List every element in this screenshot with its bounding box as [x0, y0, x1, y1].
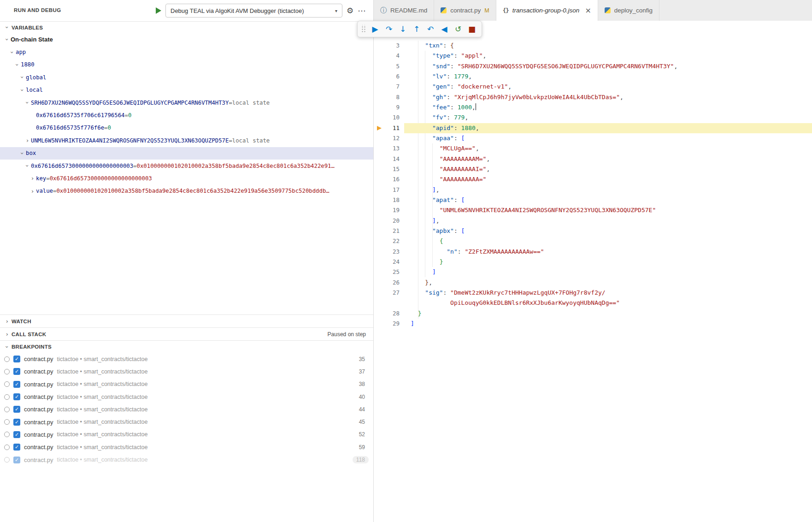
breakpoint-checkbox[interactable]: ✓ — [13, 356, 20, 362]
breakpoint-row[interactable]: ✓contract.pytictactoe • smart_contracts/… — [0, 441, 373, 453]
variables-tree-item[interactable]: ›1880 — [0, 59, 373, 71]
code-line[interactable]: 28 } — [374, 308, 812, 319]
code-line[interactable]: 29] — [374, 319, 812, 329]
tab-contract-py[interactable]: contract.pyM — [434, 0, 496, 21]
breakpoint-checkbox[interactable]: ✓ — [13, 457, 20, 463]
breakpoint-checkbox[interactable]: ✓ — [13, 431, 20, 438]
line-number-gutter[interactable]: 16 — [374, 174, 400, 184]
code-line[interactable]: 26 }, — [374, 278, 812, 288]
chevron-down-icon[interactable]: › — [24, 162, 31, 169]
variables-tree-item[interactable]: ›On-chain State — [0, 33, 373, 46]
variables-tree-item[interactable]: ›global — [0, 71, 373, 83]
code-line[interactable]: 24 } — [374, 257, 812, 267]
code-line[interactable]: 21 "apbx": [ — [374, 226, 812, 236]
step-over-button[interactable]: ↷ — [382, 23, 395, 36]
breakpoint-checkbox[interactable]: ✓ — [13, 406, 20, 413]
code-line[interactable]: 5 "snd": "SRH6D7XU2N6WQQ5SSYDQFG5ESO6JWE… — [374, 61, 812, 71]
chevron-down-icon[interactable]: › — [19, 150, 26, 157]
code-line[interactable]: 3 "txn": { — [374, 41, 812, 51]
tab-readme-md[interactable]: ⓘREADME.md — [374, 0, 434, 21]
code-line[interactable]: 27 "sig": "DmeWt2zKUkRryc7tHHHapwzLgqUX+… — [374, 288, 812, 298]
line-number-gutter[interactable]: 14 — [374, 154, 400, 164]
breakpoint-checkbox[interactable]: ✓ — [13, 444, 20, 451]
tab-deploy-config[interactable]: deploy_config — [598, 0, 659, 21]
line-number-gutter[interactable]: 20 — [374, 216, 400, 226]
code-line[interactable]: 4 "type": "appl", — [374, 51, 812, 61]
chevron-down-icon[interactable]: › — [19, 74, 26, 81]
line-number-gutter[interactable]: 12 — [374, 133, 400, 143]
gear-icon[interactable]: ⚙ — [347, 6, 353, 15]
watch-section-header[interactable]: › WATCH — [0, 314, 373, 327]
line-number-gutter[interactable]: 8 — [374, 92, 400, 102]
code-line[interactable]: 15 "AAAAAAAAAI=", — [374, 164, 812, 174]
line-number-gutter[interactable]: 5 — [374, 61, 400, 71]
code-line[interactable]: 22 { — [374, 236, 812, 246]
line-number-gutter[interactable]: 10 — [374, 113, 400, 123]
variables-tree-item[interactable]: ›app — [0, 46, 373, 58]
code-line[interactable]: 10 "fv": 779, — [374, 113, 812, 123]
drag-handle[interactable] — [361, 25, 366, 33]
code-line[interactable]: 14 "AAAAAAAAAM=", — [374, 154, 812, 164]
variables-tree-item[interactable]: ›0x67616d65735f706c61796564 = 0 — [0, 109, 373, 121]
line-number-gutter[interactable]: 24 — [374, 257, 400, 267]
line-number-gutter[interactable]: 29 — [374, 319, 400, 329]
line-number-gutter[interactable]: 15 — [374, 164, 400, 174]
code-line[interactable]: 23 "n": "Z2FtZXMAAAAAAAAAAw==" — [374, 247, 812, 257]
variables-tree-item[interactable]: ›value = 0x010000000102010002a358bf5bada… — [0, 185, 373, 197]
line-number-gutter[interactable]: 19 — [374, 205, 400, 215]
variables-tree-item[interactable]: ›0x67616d65735f776f6e = 0 — [0, 122, 373, 134]
line-number-gutter[interactable]: 13 — [374, 143, 400, 154]
chevron-down-icon[interactable]: › — [19, 87, 26, 94]
tab-transaction-group-0-json[interactable]: {}transaction-group-0.json× — [496, 0, 598, 21]
continue-button[interactable]: ▶ — [369, 23, 382, 36]
line-number-gutter[interactable]: 28 — [374, 308, 400, 319]
restart-button[interactable]: ↺ — [452, 23, 465, 36]
line-number-gutter[interactable]: 6 — [374, 71, 400, 82]
line-number-gutter[interactable]: 4 — [374, 51, 400, 61]
chevron-right-icon[interactable]: › — [29, 175, 36, 182]
line-number-gutter[interactable]: 3 — [374, 41, 400, 51]
line-number-gutter[interactable]: 18 — [374, 195, 400, 205]
sidebar-editor-divider[interactable] — [373, 0, 374, 522]
line-number-gutter[interactable]: 9 — [374, 102, 400, 113]
breakpoint-checkbox[interactable]: ✓ — [13, 381, 20, 388]
close-icon[interactable]: × — [585, 6, 591, 15]
chevron-right-icon[interactable]: › — [24, 137, 31, 144]
chevron-down-icon[interactable]: › — [24, 99, 31, 106]
variables-tree-item[interactable]: ›key = 0x67616d6573000000000000000003 — [0, 172, 373, 184]
code-line[interactable]: 7 "gen": "dockernet-v1", — [374, 82, 812, 92]
breakpoint-checkbox[interactable]: ✓ — [13, 419, 20, 426]
code-line[interactable]: 8 "gh": "XrjqMlCpJ6h9h7jyVw0bLvkpzUoWeIA… — [374, 92, 812, 102]
call-stack-section-header[interactable]: › CALL STACK Paused on step — [0, 327, 373, 340]
breakpoint-row[interactable]: ✓contract.pytictactoe • smart_contracts/… — [0, 365, 373, 378]
variables-tree-item[interactable]: ›0x67616d6573000000000000000003 = 0x0100… — [0, 160, 373, 172]
variables-section-header[interactable]: › VARIABLES — [0, 21, 373, 33]
line-number-gutter[interactable]: 23 — [374, 247, 400, 257]
step-out-button[interactable]: ↑ — [410, 23, 423, 36]
code-line[interactable]: 18 "apat": [ — [374, 195, 812, 205]
code-line[interactable]: 13 "MCLUgA==", — [374, 143, 812, 154]
step-into-button[interactable]: ↓ — [396, 23, 409, 36]
chevron-down-icon[interactable]: › — [9, 49, 16, 56]
breakpoint-checkbox[interactable]: ✓ — [13, 393, 20, 400]
breakpoint-row[interactable]: ✓contract.pytictactoe • smart_contracts/… — [0, 391, 373, 403]
code-line[interactable]: 25 ] — [374, 267, 812, 277]
breakpoint-row[interactable]: ✓contract.pytictactoe • smart_contracts/… — [0, 453, 373, 466]
code-line[interactable]: 12 "apaa": [ — [374, 133, 812, 143]
code-line[interactable]: 17 ], — [374, 185, 812, 195]
line-number-gutter[interactable]: 25 — [374, 267, 400, 277]
debug-config-dropdown[interactable]: Debug TEAL via AlgoKit AVM Debugger (tic… — [165, 4, 342, 18]
code-line[interactable]: 20 ], — [374, 216, 812, 226]
more-actions-icon[interactable]: ⋯ — [358, 6, 366, 15]
breakpoint-row[interactable]: ✓contract.pytictactoe • smart_contracts/… — [0, 353, 373, 365]
variables-tree-item[interactable]: ›SRH6D7XU2N6WQQ5SSYDQFG5ESO6JWEQIDPGLUGY… — [0, 96, 373, 109]
start-debugging-icon[interactable] — [156, 7, 161, 14]
code-line[interactable]: 11 "apid": 1880, — [374, 123, 812, 133]
line-number-gutter[interactable]: 17 — [374, 185, 400, 195]
code-line[interactable]: 16 "AAAAAAAAAA=" — [374, 174, 812, 184]
reverse-continue-button[interactable]: ◀ — [438, 23, 451, 36]
chevron-right-icon[interactable]: › — [29, 188, 36, 195]
variables-tree-item[interactable]: ›UNML6W5NVHRIKTEOZAA4NI2SWQROSGNFNY2QS52… — [0, 134, 373, 147]
line-number-gutter[interactable]: 26 — [374, 278, 400, 288]
breakpoint-checkbox[interactable]: ✓ — [13, 368, 20, 375]
